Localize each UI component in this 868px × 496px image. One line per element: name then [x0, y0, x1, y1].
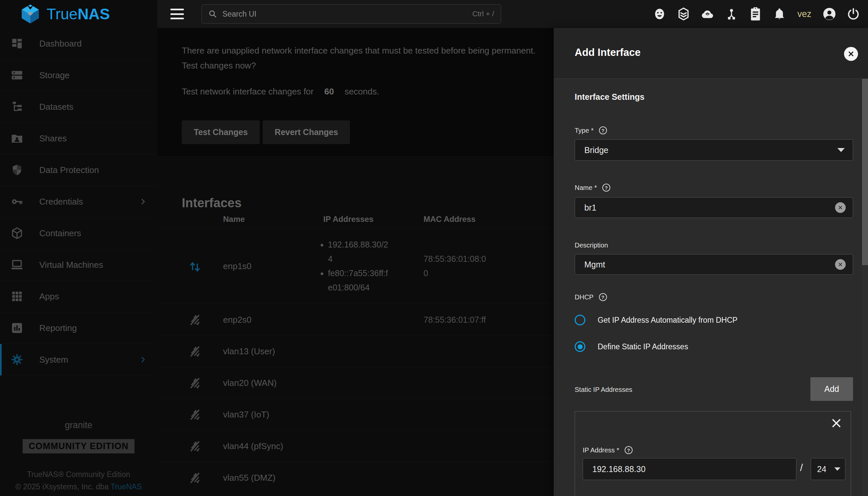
static-ip-entry-card: IP Address * ? / 24: [575, 411, 851, 496]
header-actions: vez: [653, 0, 860, 28]
search-shortcut: Ctrl + /: [473, 10, 494, 18]
ip-address-label: IP Address * ?: [583, 446, 633, 454]
interface-settings-title: Interface Settings: [575, 92, 645, 102]
menu-toggle-icon[interactable]: [170, 9, 184, 19]
top-header: TrueNAS Ctrl + /: [0, 0, 868, 28]
description-input[interactable]: [575, 254, 853, 275]
add-static-ip-button[interactable]: Add: [810, 377, 853, 401]
logo-text: TrueNAS: [47, 5, 110, 23]
topology-icon[interactable]: [725, 7, 738, 21]
dhcp-label: DHCP ?: [575, 293, 607, 301]
search-icon: [208, 10, 217, 18]
prefix-value: 24: [817, 464, 826, 474]
chevron-down-icon: [834, 467, 840, 471]
help-icon[interactable]: ?: [625, 446, 633, 454]
alerts-bell-icon[interactable]: [773, 7, 786, 21]
avatar[interactable]: [823, 7, 836, 21]
system-hostname: vez: [797, 9, 812, 19]
truenas-connect-cloud-icon[interactable]: [701, 7, 714, 21]
scrollbar-thumb[interactable]: [862, 79, 868, 265]
cidr-separator: /: [800, 462, 803, 474]
modal-scrim[interactable]: [0, 28, 554, 496]
type-label: Type * ?: [575, 126, 607, 135]
description-label: Description: [575, 242, 608, 249]
ip-address-input[interactable]: [583, 458, 796, 480]
name-label: Name * ?: [575, 184, 610, 191]
truecommand-icon[interactable]: [677, 7, 690, 21]
static-ips-label: Static IP Addresses: [575, 386, 632, 393]
help-icon[interactable]: ?: [599, 126, 607, 135]
radio-selected-icon: [575, 341, 585, 352]
chevron-down-icon: [837, 148, 845, 152]
clear-icon[interactable]: [835, 202, 846, 213]
type-select[interactable]: Bridge: [575, 139, 853, 161]
panel-scrollbar[interactable]: [862, 79, 868, 496]
help-icon[interactable]: ?: [599, 293, 607, 301]
truenas-logo-icon: [20, 4, 41, 24]
search-input[interactable]: [222, 9, 468, 19]
static-radio-option[interactable]: Define Static IP Addresses: [575, 341, 688, 352]
ip-address-field: [583, 458, 796, 480]
search-box[interactable]: Ctrl + /: [201, 4, 501, 24]
jobs-clipboard-icon[interactable]: [749, 7, 762, 21]
add-interface-panel: Add Interface Interface Settings Type * …: [554, 28, 868, 496]
help-icon[interactable]: ?: [602, 184, 610, 191]
power-icon[interactable]: [847, 7, 860, 21]
feedback-smiley-icon[interactable]: [653, 7, 666, 21]
prefix-length-select[interactable]: 24: [811, 458, 845, 480]
close-icon[interactable]: [844, 47, 858, 61]
remove-entry-icon[interactable]: [831, 418, 842, 429]
radio-unselected-icon: [575, 315, 585, 325]
logo-area[interactable]: TrueNAS: [0, 0, 157, 28]
name-field: [575, 197, 853, 218]
clear-icon[interactable]: [835, 259, 846, 270]
truenas-app: TrueNAS Ctrl + /: [0, 0, 868, 496]
type-value: Bridge: [584, 145, 608, 155]
panel-title: Add Interface: [575, 47, 641, 59]
description-field: [575, 254, 853, 275]
name-input[interactable]: [575, 197, 853, 218]
dhcp-radio-option[interactable]: Get IP Address Automatically from DHCP: [575, 315, 737, 325]
